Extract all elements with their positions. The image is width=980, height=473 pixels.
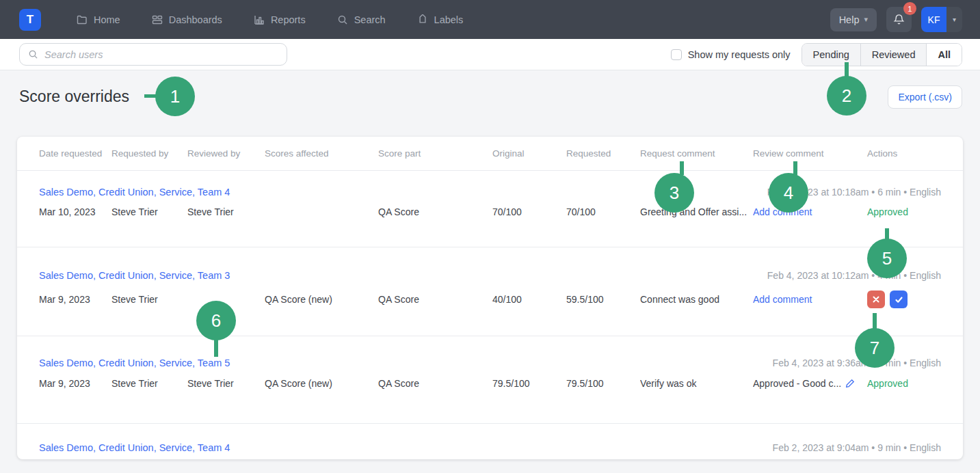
cell-score-part: QA Score: [378, 294, 492, 305]
cell-requested: 59.5/100: [566, 294, 640, 305]
tab-pending[interactable]: Pending: [802, 44, 861, 66]
nav-right: Help ▾ 1 KF ▾: [830, 7, 962, 32]
annotation-5: 5: [867, 239, 907, 278]
cell-request-comment: Greeting and Offer assi...: [640, 206, 753, 217]
nav-item-labels[interactable]: Labels: [417, 14, 464, 25]
approve-button[interactable]: [890, 290, 908, 308]
help-label: Help: [839, 14, 860, 25]
cell-request-comment: Connect was good: [640, 294, 753, 305]
cell-request-comment: Verify was ok: [640, 378, 753, 389]
cell-requested-by: Steve Trier: [111, 294, 187, 305]
cell-score-part: QA Score: [378, 378, 492, 389]
tab-all[interactable]: All: [927, 44, 962, 66]
cell-requested: 70/100: [566, 206, 640, 217]
tab-reviewed[interactable]: Reviewed: [861, 44, 927, 66]
user-menu[interactable]: KF ▾: [921, 7, 962, 32]
annotation-1: 1: [155, 77, 195, 116]
annotation-7: 7: [855, 328, 895, 368]
nav-item-dashboards[interactable]: Dashboards: [152, 14, 222, 25]
app-logo[interactable]: T: [19, 9, 41, 31]
col-requested: Requested: [566, 148, 640, 159]
nav-item-label: Labels: [434, 14, 464, 25]
table-row: Sales Demo, Credit Union, Service, Team …: [17, 424, 963, 459]
top-nav: T Home Dashboards Reports Search Labels: [0, 0, 980, 39]
cell-scores-affected: QA Score (new): [265, 294, 378, 305]
cell-original: 70/100: [492, 206, 566, 217]
cell-requested-by: Steve Trier: [111, 206, 187, 217]
col-original: Original: [492, 148, 566, 159]
search-icon: [337, 14, 348, 25]
annotation-line-3: [680, 161, 684, 175]
cell-score-part: QA Score: [378, 206, 492, 217]
col-request-comment: Request comment: [640, 148, 753, 159]
session-meta: Feb 4, 2023 at 9:36am • 4 min • English: [773, 357, 941, 368]
status-badge: Approved: [867, 378, 941, 389]
export-csv-button[interactable]: Export (.csv): [888, 85, 962, 109]
cell-date: Mar 9, 2023: [39, 378, 111, 389]
nav-item-reports[interactable]: Reports: [254, 14, 306, 25]
annotation-line-4: [793, 161, 797, 175]
cell-requested-by: Steve Trier: [111, 378, 187, 389]
notifications-button[interactable]: 1: [886, 7, 912, 32]
annotation-line-6: [214, 338, 218, 357]
nav-items: Home Dashboards Reports Search Labels: [77, 14, 463, 25]
session-link[interactable]: Sales Demo, Credit Union, Service, Team …: [39, 270, 230, 281]
session-meta: Feb 4, 2023 at 10:12am • 4 min • English: [767, 270, 941, 281]
annotation-2: 2: [827, 76, 866, 116]
add-comment-link[interactable]: Add comment: [753, 294, 812, 305]
page-title: Score overrides: [19, 87, 129, 106]
col-review-comment: Review comment: [753, 148, 867, 159]
page: T Home Dashboards Reports Search Labels: [0, 0, 980, 473]
cell-requested: 79.5/100: [566, 378, 640, 389]
annotation-line-7: [873, 313, 877, 329]
nav-item-home[interactable]: Home: [77, 14, 120, 25]
edit-pencil-icon[interactable]: [845, 379, 855, 388]
overrides-table: Date requested Requested by Reviewed by …: [17, 137, 963, 459]
bell-icon: [892, 13, 905, 26]
nav-item-search[interactable]: Search: [337, 14, 386, 25]
table-row: Sales Demo, Credit Union, Service, Team …: [17, 171, 963, 247]
cell-reviewed-by: Steve Trier: [187, 206, 265, 217]
session-link[interactable]: Sales Demo, Credit Union, Service, Team …: [39, 357, 230, 368]
status-filter-tabs: Pending Reviewed All: [802, 43, 962, 66]
search-input[interactable]: [44, 49, 278, 60]
table-row: Sales Demo, Credit Union, Service, Team …: [17, 247, 963, 336]
filter-bar: Show my requests only Pending Reviewed A…: [0, 39, 980, 70]
dashboards-icon: [152, 14, 163, 25]
cell-review-comment: Approved - Good c...: [753, 378, 841, 389]
session-link[interactable]: Sales Demo, Credit Union, Service, Team …: [39, 187, 230, 198]
col-date-requested: Date requested: [39, 148, 111, 159]
search-box[interactable]: [19, 43, 287, 66]
show-my-requests-toggle[interactable]: Show my requests only: [671, 49, 791, 60]
table-row: Sales Demo, Credit Union, Service, Team …: [17, 336, 963, 424]
status-badge: Approved: [867, 206, 941, 217]
filter-right: Show my requests only Pending Reviewed A…: [671, 43, 962, 66]
nav-item-label: Home: [94, 14, 120, 25]
notification-badge: 1: [903, 2, 916, 15]
show-my-requests-checkbox[interactable]: [671, 49, 682, 60]
cell-scores-affected: QA Score (new): [265, 378, 378, 389]
session-link[interactable]: Sales Demo, Credit Union, Service, Team …: [39, 442, 230, 453]
annotation-3: 3: [654, 173, 694, 213]
cell-reviewed-by: Steve Trier: [187, 378, 265, 389]
col-score-part: Score part: [378, 148, 492, 159]
folder-icon: [77, 14, 88, 25]
nav-item-label: Reports: [271, 14, 306, 25]
nav-item-label: Search: [354, 14, 386, 25]
cell-original: 40/100: [492, 294, 566, 305]
col-requested-by: Requested by: [111, 148, 187, 159]
avatar: KF: [921, 7, 946, 32]
table-header: Date requested Requested by Reviewed by …: [17, 137, 963, 171]
search-icon: [28, 49, 38, 59]
nav-item-label: Dashboards: [169, 14, 222, 25]
reject-button[interactable]: [867, 290, 885, 308]
col-actions: Actions: [867, 148, 941, 159]
cell-date: Mar 10, 2023: [39, 206, 111, 217]
help-button[interactable]: Help ▾: [830, 8, 877, 31]
checkbox-label: Show my requests only: [688, 49, 791, 60]
cell-original: 79.5/100: [492, 378, 566, 389]
bar-chart-icon: [254, 14, 265, 25]
chevron-down-icon: ▾: [864, 15, 868, 24]
col-scores-affected: Scores affected: [265, 148, 378, 159]
cell-date: Mar 9, 2023: [39, 294, 111, 305]
